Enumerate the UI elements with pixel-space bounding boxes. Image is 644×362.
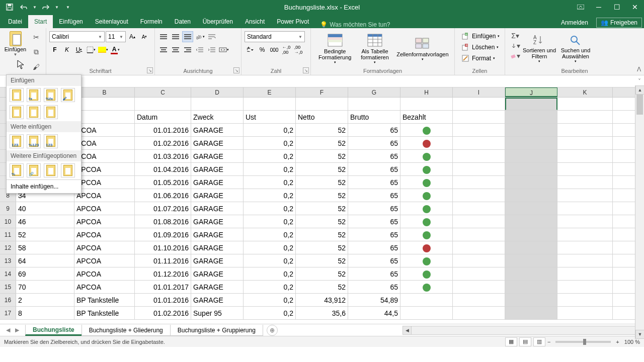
scroll-up-icon[interactable]: ▲ bbox=[635, 85, 644, 95]
col-header-j[interactable]: J bbox=[505, 87, 557, 97]
cell[interactable]: Bezahlt bbox=[400, 111, 453, 123]
cell[interactable]: APCOA bbox=[74, 163, 135, 175]
tab-view[interactable]: Ansicht bbox=[239, 15, 271, 28]
tab-formulas[interactable]: Formeln bbox=[134, 15, 169, 28]
comma-format-icon[interactable]: 000 bbox=[269, 44, 280, 55]
cell-styles-button[interactable]: Zellenformatvorlagen▾ bbox=[396, 31, 449, 66]
col-header-d[interactable]: D bbox=[191, 87, 244, 97]
cell[interactable] bbox=[74, 111, 135, 123]
cell[interactable] bbox=[505, 202, 557, 215]
cell[interactable] bbox=[296, 98, 348, 110]
cell[interactable]: 65 bbox=[348, 202, 400, 215]
cell[interactable]: APCOA bbox=[74, 215, 135, 228]
sheet-nav-next-icon[interactable]: ▶ bbox=[13, 326, 21, 334]
cell[interactable]: APCOA bbox=[74, 176, 135, 189]
undo-icon[interactable] bbox=[18, 2, 29, 13]
align-bottom-icon[interactable] bbox=[182, 31, 193, 42]
autosum-icon[interactable]: Σ▾ bbox=[510, 31, 520, 40]
cell[interactable] bbox=[191, 98, 244, 110]
cell[interactable] bbox=[557, 163, 613, 175]
sort-filter-button[interactable]: AZ Sortieren und Filtern▾ bbox=[522, 31, 556, 66]
alignment-dialog-icon[interactable]: ↘ bbox=[233, 67, 239, 73]
row-header[interactable]: 10 bbox=[0, 215, 16, 228]
cell[interactable] bbox=[400, 281, 453, 293]
cell[interactable] bbox=[453, 294, 505, 306]
cell[interactable] bbox=[557, 294, 613, 306]
scroll-thumb[interactable] bbox=[636, 95, 643, 115]
font-color-icon[interactable]: A▾ bbox=[110, 44, 121, 55]
zoom-out-icon[interactable]: − bbox=[547, 339, 550, 345]
align-right-icon[interactable] bbox=[182, 44, 193, 55]
number-dialog-icon[interactable]: ↘ bbox=[303, 67, 309, 73]
cell[interactable] bbox=[400, 176, 453, 189]
decrease-indent-icon[interactable] bbox=[194, 44, 205, 55]
cell[interactable]: 0,2 bbox=[244, 228, 296, 241]
paste-option-no-borders[interactable] bbox=[10, 105, 24, 119]
col-header-h[interactable]: H bbox=[400, 87, 453, 97]
cell[interactable] bbox=[453, 241, 505, 254]
tab-file[interactable]: Datei bbox=[2, 15, 28, 28]
cell[interactable]: 01.10.2016 bbox=[135, 241, 191, 254]
cell[interactable]: 01.01.2017 bbox=[135, 281, 191, 293]
cell[interactable]: GARAGE bbox=[191, 189, 244, 202]
cell[interactable] bbox=[453, 163, 505, 175]
cell[interactable] bbox=[557, 254, 613, 267]
cell[interactable]: 65 bbox=[348, 176, 400, 189]
cell[interactable]: 0,2 bbox=[244, 189, 296, 202]
col-header-f[interactable]: F bbox=[296, 87, 348, 97]
formula-input[interactable] bbox=[85, 76, 635, 87]
cell[interactable]: 65 bbox=[348, 267, 400, 280]
cell[interactable] bbox=[557, 215, 613, 228]
cell[interactable] bbox=[400, 202, 453, 215]
cell[interactable] bbox=[557, 137, 613, 149]
cell[interactable] bbox=[453, 267, 505, 280]
page-break-view-icon[interactable]: ▥ bbox=[533, 337, 545, 346]
sheet-nav-prev-icon[interactable]: ◀ bbox=[4, 326, 12, 334]
align-top-icon[interactable] bbox=[158, 31, 169, 42]
cell[interactable]: 52 bbox=[296, 241, 348, 254]
cell[interactable]: 52 bbox=[296, 124, 348, 136]
cell[interactable]: 65 bbox=[348, 124, 400, 136]
cell[interactable]: 0,2 bbox=[244, 150, 296, 162]
cell[interactable]: 8 bbox=[16, 307, 74, 319]
cell[interactable]: 2 bbox=[16, 294, 74, 306]
cell[interactable]: GARAGE bbox=[191, 228, 244, 241]
cell[interactable] bbox=[505, 241, 557, 254]
cell[interactable] bbox=[400, 294, 453, 306]
tab-review[interactable]: Überprüfen bbox=[197, 15, 239, 28]
redo-dropdown-icon[interactable]: ▼ bbox=[54, 2, 59, 13]
cell[interactable] bbox=[453, 176, 505, 189]
align-left-icon[interactable] bbox=[158, 44, 169, 55]
cell[interactable]: GARAGE bbox=[191, 254, 244, 267]
cell[interactable]: 40 bbox=[16, 202, 74, 215]
cell[interactable]: 52 bbox=[296, 137, 348, 149]
copy-icon[interactable]: ⧉ bbox=[31, 47, 42, 56]
paste-button[interactable]: Einfügen ▼ bbox=[5, 30, 26, 57]
cell[interactable]: 44,5 bbox=[348, 307, 400, 319]
cell[interactable]: 0,2 bbox=[244, 215, 296, 228]
col-header-c[interactable]: C bbox=[135, 87, 191, 97]
underline-button[interactable]: U▾ bbox=[73, 44, 85, 55]
cell[interactable]: 52 bbox=[296, 163, 348, 175]
cell[interactable] bbox=[453, 281, 505, 293]
cell[interactable] bbox=[453, 307, 505, 319]
cell[interactable]: 01.02.2016 bbox=[135, 307, 191, 319]
cell[interactable]: GARAGE bbox=[191, 137, 244, 149]
ribbon-options-icon[interactable] bbox=[572, 0, 590, 14]
sheet-tab[interactable]: Buchungsliste + Gruppierung bbox=[170, 325, 263, 336]
cell[interactable]: 52 bbox=[296, 254, 348, 267]
cell[interactable]: 52 bbox=[296, 189, 348, 202]
percent-format-icon[interactable]: % bbox=[257, 44, 268, 55]
redo-icon[interactable] bbox=[40, 2, 51, 13]
cell[interactable] bbox=[244, 98, 296, 110]
cell[interactable] bbox=[135, 98, 191, 110]
collapse-ribbon-icon[interactable]: ᐱ bbox=[637, 66, 641, 73]
paste-option-column-widths[interactable] bbox=[27, 105, 41, 119]
cell[interactable] bbox=[557, 176, 613, 189]
undo-dropdown-icon[interactable]: ▼ bbox=[32, 2, 37, 13]
cell[interactable]: 01.09.2016 bbox=[135, 228, 191, 241]
cell[interactable] bbox=[505, 215, 557, 228]
cell[interactable] bbox=[505, 176, 557, 189]
cell[interactable]: 01.04.2016 bbox=[135, 163, 191, 175]
fill-icon[interactable]: ▾ bbox=[510, 41, 520, 50]
